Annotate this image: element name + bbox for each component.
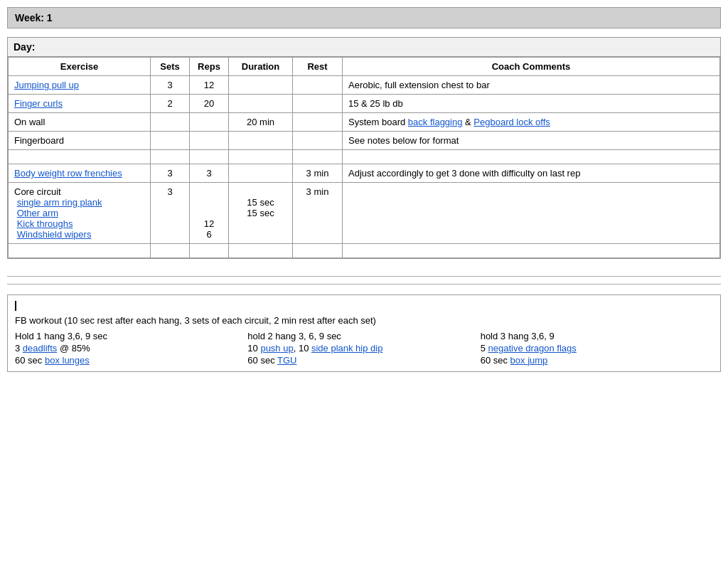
week-label: Week: 1 bbox=[15, 12, 53, 23]
notes-grid-cell: 10 push up, 10 side plank hip dip bbox=[247, 343, 480, 354]
table-row: Finger curls 2 20 15 & 25 lb db bbox=[9, 95, 720, 113]
sets-cell: 3 bbox=[151, 183, 190, 244]
reps-cell: 126 bbox=[190, 183, 229, 244]
exercise-cell: Finger curls bbox=[9, 95, 151, 113]
comments-cell bbox=[343, 244, 720, 258]
reps-cell: 3 bbox=[190, 164, 229, 183]
other-arm-link[interactable]: Other arm bbox=[17, 208, 59, 218]
sets-cell bbox=[151, 113, 190, 132]
sets-cell bbox=[151, 150, 190, 164]
table-row: Body weight row frenchies 3 3 3 min Adju… bbox=[9, 164, 720, 183]
back-flagging-link[interactable]: back flagging bbox=[408, 117, 463, 127]
rest-cell bbox=[293, 95, 343, 113]
col-header-sets: Sets bbox=[151, 58, 190, 76]
divider1 bbox=[7, 272, 721, 277]
table-row: Fingerboard See notes below for format bbox=[9, 132, 720, 150]
duration-cell bbox=[229, 132, 293, 150]
notes-grid-cell: 3 deadlifts @ 85% bbox=[15, 343, 247, 354]
exercise-cell bbox=[9, 244, 151, 258]
sets-cell: 2 bbox=[151, 95, 190, 113]
table-row: On wall 20 min System board back flaggin… bbox=[9, 113, 720, 132]
workout-table: Exercise Sets Reps Duration Rest Coach C… bbox=[8, 57, 720, 258]
table-header-row: Exercise Sets Reps Duration Rest Coach C… bbox=[9, 58, 720, 76]
notes-grid-cell: 5 negative dragon flags bbox=[481, 343, 713, 354]
notes-grid-cell: 60 sec box lunges bbox=[15, 355, 247, 366]
reps-cell bbox=[190, 132, 229, 150]
reps-cell: 12 bbox=[190, 76, 229, 95]
duration-cell bbox=[229, 164, 293, 183]
exercise-cell: Body weight row frenchies bbox=[9, 164, 151, 183]
col-header-comments: Coach Comments bbox=[343, 58, 720, 76]
reps-cell bbox=[190, 244, 229, 258]
col-header-rest: Rest bbox=[293, 58, 343, 76]
notes-grid-cell: 60 sec TGU bbox=[247, 355, 480, 366]
rest-cell bbox=[293, 132, 343, 150]
duration-cell bbox=[229, 95, 293, 113]
rest-cell bbox=[293, 150, 343, 164]
table-row bbox=[9, 244, 720, 258]
exercise-cell: Fingerboard bbox=[9, 132, 151, 150]
text-cursor bbox=[15, 301, 16, 311]
day-header: Day: bbox=[8, 38, 720, 57]
finger-curls-link[interactable]: Finger curls bbox=[14, 98, 63, 109]
sets-cell: 3 bbox=[151, 164, 190, 183]
notes-grid-cell: hold 3 hang 3,6, 9 bbox=[481, 331, 713, 341]
day-label: Day: bbox=[14, 41, 35, 53]
body-weight-row-frenchies-link[interactable]: Body weight row frenchies bbox=[14, 168, 122, 179]
comments-cell bbox=[343, 183, 720, 244]
duration-cell: 20 min bbox=[229, 113, 293, 132]
duration-cell bbox=[229, 244, 293, 258]
divider2 bbox=[7, 284, 721, 285]
rest-cell: 3 min bbox=[293, 164, 343, 183]
single-arm-ring-plank-link[interactable]: single arm ring plank bbox=[17, 197, 102, 208]
box-lunges-link[interactable]: box lunges bbox=[45, 355, 90, 366]
pegboard-lock-offs-link[interactable]: Pegboard lock offs bbox=[473, 117, 550, 127]
table-row: Jumping pull up 3 12 Aerobic, full exten… bbox=[9, 76, 720, 95]
comments-cell bbox=[343, 150, 720, 164]
exercise-cell bbox=[9, 150, 151, 164]
cursor-indicator bbox=[15, 301, 713, 314]
kick-throughs-link[interactable]: Kick throughs bbox=[17, 218, 73, 229]
comments-cell: See notes below for format bbox=[343, 132, 720, 150]
table-row bbox=[9, 150, 720, 164]
notes-grid-cell: Hold 1 hang 3,6, 9 sec bbox=[15, 331, 247, 341]
reps-cell bbox=[190, 150, 229, 164]
table-row: Core circuit single arm ring plank Other… bbox=[9, 183, 720, 244]
exercise-cell: Jumping pull up bbox=[9, 76, 151, 95]
day-section: Day: Exercise Sets Reps Duration Rest Co… bbox=[7, 37, 721, 259]
duration-cell bbox=[229, 150, 293, 164]
notes-grid-cell: 60 sec box jump bbox=[481, 355, 713, 366]
sets-cell bbox=[151, 244, 190, 258]
comments-cell: 15 & 25 lb db bbox=[343, 95, 720, 113]
jumping-pull-up-link[interactable]: Jumping pull up bbox=[14, 80, 79, 90]
side-plank-hip-dip-link[interactable]: side plank hip dip bbox=[311, 343, 382, 354]
comments-cell: System board back flagging & Pegboard lo… bbox=[343, 113, 720, 132]
deadlifts-link[interactable]: deadlifts bbox=[23, 343, 57, 354]
col-header-reps: Reps bbox=[190, 58, 229, 76]
notes-line1: FB workout (10 sec rest after each hang,… bbox=[15, 314, 713, 329]
rest-cell bbox=[293, 113, 343, 132]
push-up-link[interactable]: push up bbox=[260, 343, 293, 354]
comments-cell: Adjust accordingly to get 3 done with di… bbox=[343, 164, 720, 183]
rest-cell: 3 min bbox=[293, 183, 343, 244]
comments-cell: Aerobic, full extension chest to bar bbox=[343, 76, 720, 95]
notes-grid: Hold 1 hang 3,6, 9 sec hold 2 hang 3, 6,… bbox=[15, 331, 713, 366]
duration-cell: 15 sec15 sec bbox=[229, 183, 293, 244]
windshield-wipers-link[interactable]: Windshield wipers bbox=[17, 229, 92, 240]
rest-cell bbox=[293, 76, 343, 95]
notes-grid-cell: hold 2 hang 3, 6, 9 sec bbox=[247, 331, 480, 341]
reps-cell: 20 bbox=[190, 95, 229, 113]
negative-dragon-flags-link[interactable]: negative dragon flags bbox=[488, 343, 577, 354]
sets-cell: 3 bbox=[151, 76, 190, 95]
exercise-cell: On wall bbox=[9, 113, 151, 132]
notes-section: FB workout (10 sec rest after each hang,… bbox=[7, 294, 721, 372]
sets-cell bbox=[151, 132, 190, 150]
duration-cell bbox=[229, 76, 293, 95]
reps-cell bbox=[190, 113, 229, 132]
exercise-cell: Core circuit single arm ring plank Other… bbox=[9, 183, 151, 244]
col-header-exercise: Exercise bbox=[9, 58, 151, 76]
col-header-duration: Duration bbox=[229, 58, 293, 76]
week-header: Week: 1 bbox=[7, 7, 721, 28]
box-jump-link[interactable]: box jump bbox=[510, 355, 548, 366]
tgu-link[interactable]: TGU bbox=[277, 355, 296, 366]
